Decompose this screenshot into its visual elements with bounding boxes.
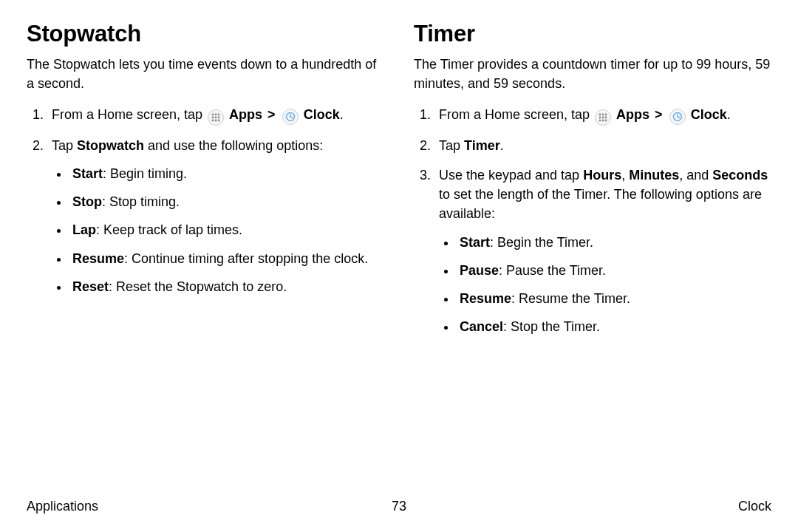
hours-label: Hours <box>583 168 621 183</box>
svg-point-0 <box>212 114 214 116</box>
step-suffix: . <box>500 138 504 153</box>
option-desc: : Continue timing after stopping the clo… <box>124 251 368 266</box>
step-text: Use the keypad and tap <box>439 168 583 183</box>
apps-icon <box>208 109 224 126</box>
minutes-label: Minutes <box>629 168 679 183</box>
option-resume: Resume: Resume the Timer. <box>457 289 771 308</box>
svg-point-6 <box>212 120 214 122</box>
option-desc: : Stop timing. <box>102 194 180 209</box>
clock-icon <box>282 109 299 125</box>
seconds-label: Seconds <box>712 168 768 183</box>
option-term: Start <box>460 235 490 250</box>
option-start: Start: Begin timing. <box>69 164 384 183</box>
options-stopwatch: Start: Begin timing. Stop: Stop timing. … <box>52 164 384 296</box>
clock-label: Clock <box>691 107 727 122</box>
options-timer: Start: Begin the Timer. Pause: Pause the… <box>439 233 771 336</box>
svg-point-3 <box>212 117 214 119</box>
option-desc: : Stop the Timer. <box>503 319 600 334</box>
content-columns: Stopwatch The Stopwatch lets you time ev… <box>27 21 771 347</box>
option-desc: : Begin the Timer. <box>490 235 593 250</box>
svg-point-13 <box>602 114 604 116</box>
svg-point-4 <box>215 117 217 119</box>
footer-section: Applications <box>27 499 98 514</box>
step-1-timer: From a Home screen, tap Apps > <box>434 105 771 126</box>
option-stop: Stop: Stop timing. <box>69 192 384 211</box>
option-term: Pause <box>460 263 499 278</box>
svg-point-14 <box>605 114 607 116</box>
step-text: to set the length of the Timer. The foll… <box>439 187 762 221</box>
option-desc: : Resume the Timer. <box>511 291 630 306</box>
svg-point-16 <box>602 117 604 119</box>
option-term: Lap <box>72 222 96 237</box>
option-cancel: Cancel: Stop the Timer. <box>457 317 771 336</box>
svg-point-18 <box>599 120 601 122</box>
column-stopwatch: Stopwatch The Stopwatch lets you time ev… <box>27 21 384 347</box>
steps-stopwatch: From a Home screen, tap Apps > <box>27 105 384 307</box>
heading-stopwatch: Stopwatch <box>27 21 384 47</box>
option-pause: Pause: Pause the Timer. <box>457 261 771 280</box>
clock-icon <box>669 109 686 125</box>
step-1-stopwatch: From a Home screen, tap Apps > <box>47 105 384 126</box>
step-suffix: and use the following options: <box>144 138 323 153</box>
svg-line-23 <box>678 117 680 118</box>
svg-point-19 <box>602 120 604 122</box>
option-term: Start <box>72 166 103 181</box>
step-text: From a Home screen, tap <box>439 107 593 122</box>
svg-point-7 <box>215 120 217 122</box>
step-text: From a Home screen, tap <box>52 107 206 122</box>
footer-topic: Clock <box>738 499 771 514</box>
svg-point-17 <box>605 117 607 119</box>
svg-point-15 <box>599 117 601 119</box>
column-timer: Timer The Timer provides a countdown tim… <box>414 21 771 347</box>
svg-point-8 <box>218 120 220 122</box>
svg-point-20 <box>605 120 607 122</box>
breadcrumb-arrow: > <box>655 105 663 124</box>
option-start: Start: Begin the Timer. <box>457 233 771 252</box>
apps-icon <box>595 109 611 126</box>
option-term: Resume <box>72 251 124 266</box>
step-suffix: . <box>727 107 731 122</box>
breadcrumb-arrow: > <box>267 105 276 124</box>
step-text: , <box>621 168 629 183</box>
page-footer: Applications 73 Clock <box>27 499 771 514</box>
svg-point-12 <box>599 114 601 116</box>
option-term: Resume <box>460 291 511 306</box>
option-desc: : Reset the Stopwatch to zero. <box>109 279 287 294</box>
option-resume: Resume: Continue timing after stopping t… <box>69 249 384 268</box>
step-3-timer: Use the keypad and tap Hours, Minutes, a… <box>434 166 771 336</box>
svg-point-5 <box>218 117 220 119</box>
manual-page: Stopwatch The Stopwatch lets you time ev… <box>0 0 798 532</box>
step-suffix: . <box>340 107 344 122</box>
svg-point-1 <box>215 114 217 116</box>
option-desc: : Keep track of lap times. <box>96 222 242 237</box>
option-term: Reset <box>72 279 109 294</box>
stopwatch-label: Stopwatch <box>77 138 144 153</box>
option-reset: Reset: Reset the Stopwatch to zero. <box>69 277 384 296</box>
clock-label: Clock <box>304 107 340 122</box>
steps-timer: From a Home screen, tap Apps > <box>414 105 771 347</box>
option-desc: : Pause the Timer. <box>499 263 606 278</box>
svg-line-11 <box>290 117 293 118</box>
apps-label: Apps <box>616 107 649 122</box>
step-text: Tap <box>439 138 464 153</box>
option-desc: : Begin timing. <box>103 166 187 181</box>
step-2-timer: Tap Timer. <box>434 136 771 155</box>
heading-timer: Timer <box>414 21 771 47</box>
svg-point-2 <box>218 114 220 116</box>
step-text: Tap <box>52 138 77 153</box>
option-lap: Lap: Keep track of lap times. <box>69 220 384 239</box>
option-term: Cancel <box>460 319 503 334</box>
page-number: 73 <box>27 499 771 514</box>
apps-label: Apps <box>229 107 262 122</box>
timer-label: Timer <box>464 138 500 153</box>
step-text: , and <box>679 168 712 183</box>
option-term: Stop <box>72 194 102 209</box>
intro-stopwatch: The Stopwatch lets you time events down … <box>27 55 384 93</box>
intro-timer: The Timer provides a countdown timer for… <box>414 55 771 93</box>
step-2-stopwatch: Tap Stopwatch and use the following opti… <box>47 136 384 296</box>
